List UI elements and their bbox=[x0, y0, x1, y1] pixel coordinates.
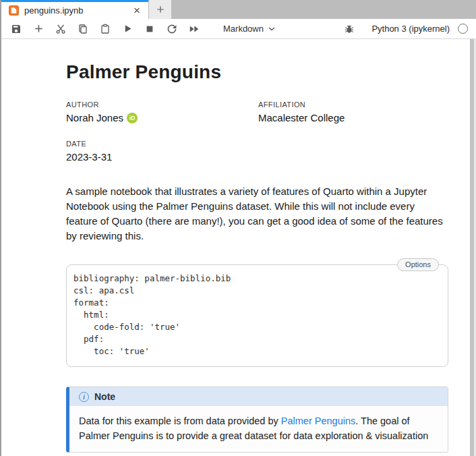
cell-type-dropdown[interactable]: Markdown bbox=[220, 22, 278, 35]
jupyterlab-window: penguins.ipynb × bbox=[0, 0, 476, 456]
close-icon[interactable]: × bbox=[131, 5, 143, 16]
scissors-icon bbox=[55, 24, 66, 34]
date-block: DATE 2023-3-31 bbox=[66, 140, 258, 163]
fast-forward-icon bbox=[189, 24, 200, 34]
yaml-line: pdf: bbox=[73, 333, 438, 345]
affiliation-value: Macalester College bbox=[258, 112, 448, 123]
author-block: AUTHOR Norah Jones iD bbox=[66, 101, 258, 123]
affiliation-label: AFFILIATION bbox=[258, 101, 448, 109]
insert-cell-button[interactable] bbox=[29, 20, 48, 38]
notebook-toolbar: Markdown Python 3 (ipykernel) bbox=[1, 19, 476, 39]
run-cell-button[interactable] bbox=[118, 20, 137, 38]
chevron-down-icon bbox=[268, 27, 275, 31]
yaml-line: toc: 'true' bbox=[73, 345, 438, 358]
orcid-icon[interactable]: iD bbox=[127, 113, 138, 123]
author-name: Norah Jones bbox=[66, 112, 123, 123]
page-title: Palmer Penguins bbox=[66, 61, 448, 83]
affiliation-block: AFFILIATION Macalester College bbox=[258, 101, 448, 123]
yaml-options-block: Options bibliography: palmer-biblio.bib … bbox=[66, 264, 448, 367]
yaml-line: format: bbox=[73, 297, 438, 309]
tab-title: penguins.ipynb bbox=[24, 5, 125, 16]
bug-icon bbox=[344, 24, 355, 34]
tab-bar: penguins.ipynb × bbox=[1, 0, 476, 19]
save-button[interactable] bbox=[7, 20, 26, 38]
notebook-content: Palmer Penguins AUTHOR Norah Jones iD AF… bbox=[1, 39, 470, 456]
interrupt-kernel-button[interactable] bbox=[140, 20, 159, 38]
plus-icon bbox=[34, 24, 44, 34]
debugger-button[interactable] bbox=[340, 20, 359, 38]
play-icon bbox=[123, 24, 133, 34]
yaml-line: csl: apa.csl bbox=[73, 285, 438, 297]
rendered-markdown-cell: Palmer Penguins AUTHOR Norah Jones iD AF… bbox=[66, 61, 448, 453]
clipboard-icon bbox=[100, 24, 111, 34]
refresh-icon bbox=[167, 24, 177, 34]
restart-run-all-button[interactable] bbox=[185, 20, 204, 38]
restart-kernel-button[interactable] bbox=[162, 20, 181, 38]
yaml-line: html: bbox=[73, 309, 438, 321]
author-label: AUTHOR bbox=[66, 101, 258, 109]
options-button[interactable]: Options bbox=[397, 258, 439, 271]
note-callout-body: Data for this example is from data provi… bbox=[69, 406, 448, 452]
note-callout: i Note Data for this example is from dat… bbox=[66, 387, 448, 453]
date-label: DATE bbox=[66, 140, 258, 148]
note-callout-title: Note bbox=[94, 391, 115, 402]
plus-icon bbox=[156, 5, 165, 14]
new-tab-button[interactable] bbox=[149, 0, 171, 19]
note-text-before-link: Data for this example is from data provi… bbox=[79, 416, 281, 426]
notebook-file-icon bbox=[9, 5, 19, 16]
cell-type-value: Markdown bbox=[223, 24, 264, 34]
save-icon bbox=[11, 24, 22, 34]
intro-paragraph: A sample notebook that illustrates a var… bbox=[66, 184, 448, 244]
copy-icon bbox=[78, 24, 88, 34]
cut-cells-button[interactable] bbox=[51, 20, 70, 38]
date-value: 2023-3-31 bbox=[66, 151, 258, 163]
tab-penguins-ipynb[interactable]: penguins.ipynb × bbox=[1, 0, 148, 19]
info-icon: i bbox=[79, 392, 89, 402]
yaml-line: bibliography: palmer-biblio.bib bbox=[73, 273, 438, 285]
yaml-line: code-fold: 'true' bbox=[73, 321, 438, 333]
note-callout-header: i Note bbox=[69, 387, 448, 406]
palmer-penguins-link[interactable]: Palmer Penguins bbox=[281, 416, 355, 426]
kernel-name[interactable]: Python 3 (ipykernel) bbox=[371, 24, 450, 34]
kernel-status-icon[interactable] bbox=[458, 24, 468, 34]
copy-cells-button[interactable] bbox=[73, 20, 92, 38]
document-metadata: AUTHOR Norah Jones iD AFFILIATION Macale… bbox=[66, 101, 448, 163]
paste-cells-button[interactable] bbox=[96, 20, 115, 38]
stop-icon bbox=[145, 24, 154, 34]
